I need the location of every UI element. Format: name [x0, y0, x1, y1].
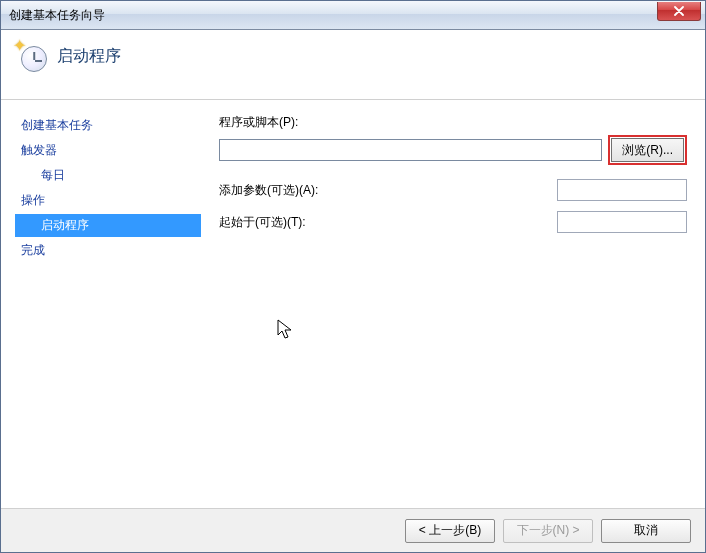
- close-icon: [673, 6, 685, 16]
- cancel-button[interactable]: 取消: [601, 519, 691, 543]
- next-button[interactable]: 下一步(N) >: [503, 519, 593, 543]
- arguments-input[interactable]: [557, 179, 687, 201]
- form-content: 程序或脚本(P): 浏览(R)... 添加参数(可选)(A): 起始于(可选): [201, 100, 705, 508]
- arguments-label: 添加参数(可选)(A):: [219, 182, 557, 199]
- program-label: 程序或脚本(P):: [219, 114, 687, 131]
- start-in-label: 起始于(可选)(T):: [219, 214, 557, 231]
- sidebar-item-trigger[interactable]: 触发器: [15, 139, 201, 162]
- window-title: 创建基本任务向导: [9, 7, 105, 24]
- start-in-input[interactable]: [557, 211, 687, 233]
- browse-button[interactable]: 浏览(R)...: [611, 138, 684, 162]
- task-clock-icon: ✦: [15, 40, 47, 72]
- wizard-window: 创建基本任务向导 ✦ 启动程序 创建基本任务 触发器 每日 操作 启动程序 完成: [0, 0, 706, 553]
- sidebar-item-create-task[interactable]: 创建基本任务: [15, 114, 201, 137]
- wizard-header: ✦ 启动程序: [1, 30, 705, 100]
- program-path-input[interactable]: [219, 139, 602, 161]
- wizard-footer: < 上一步(B) 下一步(N) > 取消: [1, 508, 705, 552]
- sidebar-item-start-program[interactable]: 启动程序: [15, 214, 201, 237]
- sidebar-item-daily[interactable]: 每日: [15, 164, 201, 187]
- back-button[interactable]: < 上一步(B): [405, 519, 495, 543]
- titlebar: 创建基本任务向导: [1, 1, 705, 30]
- browse-highlight: 浏览(R)...: [608, 135, 687, 165]
- page-title: 启动程序: [57, 46, 121, 67]
- close-button[interactable]: [657, 2, 701, 21]
- sidebar-item-action[interactable]: 操作: [15, 189, 201, 212]
- wizard-body: 创建基本任务 触发器 每日 操作 启动程序 完成 程序或脚本(P): 浏览(R)…: [1, 100, 705, 508]
- sidebar-item-finish[interactable]: 完成: [15, 239, 201, 262]
- wizard-steps-sidebar: 创建基本任务 触发器 每日 操作 启动程序 完成: [1, 100, 201, 508]
